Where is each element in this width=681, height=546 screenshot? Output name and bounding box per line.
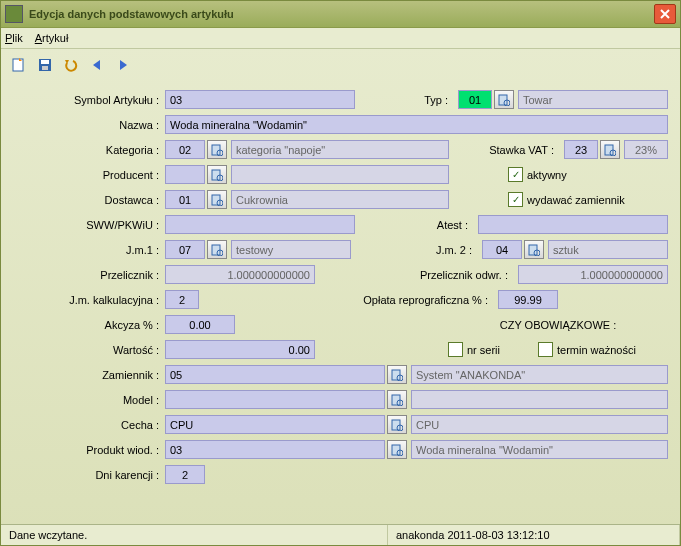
jm1-input[interactable]: 07 [165,240,205,259]
stawka-desc: 23% [624,140,668,159]
kategoria-desc: kategoria "napoje" [231,140,449,159]
dostawca-input[interactable]: 01 [165,190,205,209]
wartosc-input[interactable]: 0.00 [165,340,315,359]
undo-icon [63,57,79,73]
stawka-label: Stawka VAT : [489,144,560,156]
cecha-label: Cecha : [13,419,165,431]
sww-input[interactable] [165,215,355,234]
new-icon [11,57,27,73]
przelicznik-odwr-label: Przelicznik odwr. : [420,269,514,281]
producent-input[interactable] [165,165,205,184]
atest-input[interactable] [478,215,668,234]
oplata-label: Opłata reprograficzna % : [363,294,494,306]
menu-artykul[interactable]: Artykuł [35,32,69,44]
app-icon [5,5,23,23]
wydawac-label: wydawać zamiennik [527,194,625,206]
producent-desc [231,165,449,184]
typ-lookup[interactable] [494,90,514,109]
lookup-icon [604,144,616,156]
lookup-icon [391,444,403,456]
kategoria-lookup[interactable] [207,140,227,159]
cecha-input[interactable]: CPU [165,415,385,434]
arrow-left-icon [89,57,105,73]
close-icon [660,9,670,19]
typ-input[interactable]: 01 [458,90,492,109]
aktywny-label: aktywny [527,169,567,181]
kategoria-input[interactable]: 02 [165,140,205,159]
model-input[interactable] [165,390,385,409]
prev-button[interactable] [87,55,107,75]
close-button[interactable] [654,4,676,24]
produktwiod-label: Produkt wiod. : [13,444,165,456]
produktwiod-desc: Woda mineralna "Wodamin" [411,440,668,459]
new-button[interactable] [9,55,29,75]
jm2-input[interactable]: 04 [482,240,522,259]
producent-lookup[interactable] [207,165,227,184]
symbol-input[interactable]: 03 [165,90,355,109]
check-icon: ✓ [448,342,463,357]
lookup-icon [211,194,223,206]
save-button[interactable] [35,55,55,75]
przelicznik-label: Przelicznik : [13,269,165,281]
save-icon [37,57,53,73]
sww-label: SWW/PKWiU : [13,219,165,231]
oplata-input[interactable]: 99.99 [498,290,558,309]
status-right: anakonda 2011-08-03 13:12:10 [388,525,680,545]
dnikarencji-input[interactable]: 2 [165,465,205,484]
jm1-label: J.m.1 : [13,244,165,256]
zamiennik-lookup[interactable] [387,365,407,384]
check-icon: ✓ [508,192,523,207]
dostawca-desc: Cukrownia [231,190,449,209]
arrow-right-icon [115,57,131,73]
nazwa-input[interactable]: Woda mineralna "Wodamin" [165,115,668,134]
check-icon: ✓ [538,342,553,357]
lookup-icon [391,369,403,381]
cecha-desc: CPU [411,415,668,434]
cecha-lookup[interactable] [387,415,407,434]
jm2-lookup[interactable] [524,240,544,259]
nrserii-label: nr serii [467,344,500,356]
menubar: Plik Artykuł [1,28,680,49]
menu-plik[interactable]: Plik [5,32,23,44]
lookup-icon [391,419,403,431]
dostawca-lookup[interactable] [207,190,227,209]
termin-checkbox[interactable]: ✓ termin ważności [538,342,668,357]
next-button[interactable] [113,55,133,75]
app-window: Edycja danych podstawowych artykułu Plik… [0,0,681,546]
check-icon: ✓ [508,167,523,182]
przelicznik-odwr-input: 1.000000000000 [518,265,668,284]
typ-label: Typ : [424,94,454,106]
form-area: Symbol Artykułu : 03 Typ : 01 Towar Nazw… [1,81,680,487]
zamiennik-input[interactable]: 05 [165,365,385,384]
window-title: Edycja danych podstawowych artykułu [29,8,654,20]
model-lookup[interactable] [387,390,407,409]
undo-button[interactable] [61,55,81,75]
aktywny-checkbox[interactable]: ✓ aktywny [508,167,668,182]
svg-rect-3 [42,66,48,70]
nazwa-label: Nazwa : [13,119,165,131]
atest-label: Atest : [437,219,474,231]
kategoria-label: Kategoria : [13,144,165,156]
lookup-icon [211,169,223,181]
wydawac-checkbox[interactable]: ✓ wydawać zamiennik [508,192,668,207]
nrserii-checkbox[interactable]: ✓ nr serii [448,342,538,357]
producent-label: Producent : [13,169,165,181]
jmkalk-input[interactable]: 2 [165,290,199,309]
produktwiod-lookup[interactable] [387,440,407,459]
akcyza-input[interactable]: 0.00 [165,315,235,334]
przelicznik-input: 1.000000000000 [165,265,315,284]
produktwiod-input[interactable]: 03 [165,440,385,459]
statusbar: Dane wczytane. anakonda 2011-08-03 13:12… [1,524,680,545]
stawka-input[interactable]: 23 [564,140,598,159]
zamiennik-desc: System "ANAKONDA" [411,365,668,384]
model-desc [411,390,668,409]
wartosc-label: Wartość : [13,344,165,356]
jm2-desc: sztuk [548,240,668,259]
czy-obow-label: CZY OBOWIĄZKOWE : [448,319,668,331]
jm1-lookup[interactable] [207,240,227,259]
jm1-desc: testowy [231,240,351,259]
lookup-icon [211,144,223,156]
typ-desc: Towar [518,90,668,109]
stawka-lookup[interactable] [600,140,620,159]
akcyza-label: Akcyza % : [13,319,165,331]
